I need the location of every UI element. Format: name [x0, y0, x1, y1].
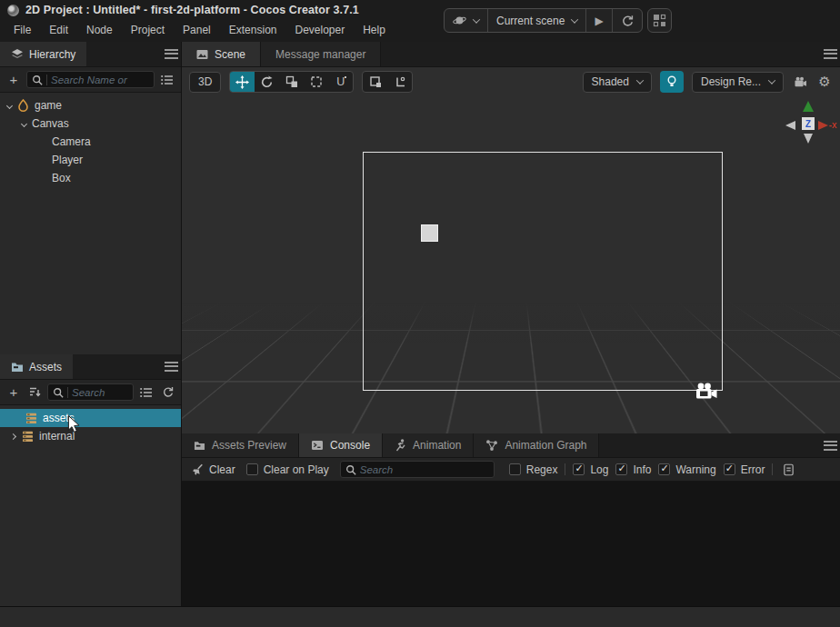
scene-camera-settings-button[interactable] — [792, 74, 808, 90]
hierarchy-tree: game Canvas Camera Player Box — [0, 93, 181, 354]
platform-select[interactable] — [445, 9, 488, 32]
menu-file[interactable]: File — [5, 24, 40, 36]
asset-row-label: assets — [43, 412, 75, 424]
hierarchy-search[interactable] — [26, 71, 155, 88]
local-coords-icon — [394, 75, 406, 88]
console-output[interactable] — [182, 482, 840, 606]
tab-hierarchy-label: Hierarchy — [29, 48, 75, 61]
reload-button[interactable] — [613, 9, 642, 32]
scene-settings-button[interactable]: ⚙ — [816, 74, 833, 90]
assets-filter-button[interactable] — [138, 384, 155, 401]
hierarchy-filter-button[interactable] — [159, 72, 175, 88]
checkbox[interactable] — [573, 463, 585, 475]
tab-scene-label: Scene — [215, 48, 245, 61]
document-icon — [783, 463, 795, 476]
rect-tool-button[interactable] — [304, 72, 328, 92]
menu-developer[interactable]: Developer — [285, 24, 354, 36]
log-filter-toggle[interactable]: Log — [573, 463, 608, 476]
info-filter-toggle[interactable]: Info — [615, 463, 651, 476]
design-resolution-dropdown[interactable]: Design Re... — [692, 72, 784, 93]
ui-transform-tool-button[interactable]: U — [328, 72, 353, 92]
tree-node-canvas[interactable]: Canvas — [0, 114, 181, 133]
divider — [46, 75, 47, 85]
error-filter-toggle[interactable]: Error — [724, 463, 765, 476]
warning-filter-toggle[interactable]: Warning — [658, 463, 715, 476]
tree-node-player[interactable]: Player — [0, 151, 181, 169]
clear-broom-icon — [191, 463, 204, 476]
folder-icon — [194, 440, 205, 451]
console-clear-button[interactable]: Clear — [191, 463, 235, 476]
menu-extension[interactable]: Extension — [220, 24, 286, 36]
assets-tab-bar: Assets — [0, 354, 181, 380]
chevron-down-icon[interactable] — [6, 102, 13, 108]
menu-edit[interactable]: Edit — [40, 24, 77, 36]
player-sprite[interactable] — [421, 224, 438, 242]
collapse-all-button[interactable] — [26, 384, 43, 401]
tab-message-manager[interactable]: Message manager — [261, 42, 381, 66]
axis-orientation-gizmo[interactable]: Z -x — [784, 98, 840, 156]
tab-assets[interactable]: Assets — [0, 354, 73, 379]
asset-row-internal[interactable]: internal — [0, 427, 181, 445]
assets-refresh-button[interactable] — [159, 384, 175, 401]
tab-console[interactable]: Console — [299, 433, 383, 457]
menu-project[interactable]: Project — [122, 24, 174, 36]
camera-gizmo-icon[interactable] — [694, 383, 718, 402]
scene-icon — [196, 49, 208, 60]
layout-button[interactable] — [647, 8, 672, 33]
scene-light-toggle[interactable] — [660, 71, 684, 93]
axis-z-cube: Z — [802, 117, 815, 130]
tab-console-label: Console — [330, 439, 370, 452]
tab-animation-graph[interactable]: Animation Graph — [474, 433, 599, 457]
menu-help[interactable]: Help — [354, 24, 395, 36]
toggle-3d-button[interactable]: 3D — [189, 72, 221, 93]
status-bar — [0, 606, 840, 627]
shading-mode-dropdown[interactable]: Shaded — [583, 72, 652, 93]
checkbox[interactable] — [658, 463, 670, 475]
tab-scene[interactable]: Scene — [182, 42, 261, 66]
scene-select-dropdown[interactable]: Current scene — [488, 9, 586, 32]
tree-node-game[interactable]: game — [0, 96, 181, 114]
scene-panel-menu-button[interactable] — [824, 46, 840, 63]
create-node-button[interactable]: + — [5, 72, 22, 88]
menu-node[interactable]: Node — [77, 24, 122, 36]
checkbox[interactable] — [246, 463, 258, 475]
chevron-down-icon[interactable] — [21, 120, 27, 126]
tab-assets-preview[interactable]: Assets Preview — [182, 433, 299, 457]
warning-filter-label: Warning — [675, 463, 715, 476]
hierarchy-search-input[interactable] — [51, 75, 149, 85]
asset-row-assets[interactable]: assets — [0, 409, 181, 427]
move-tool-button[interactable] — [230, 72, 255, 92]
scene-tab-bar: Scene Message manager — [182, 42, 840, 67]
tab-hierarchy[interactable]: Hierarchy — [0, 42, 86, 66]
assets-search[interactable] — [47, 383, 134, 401]
checkbox[interactable] — [615, 463, 627, 475]
play-button[interactable]: ▶ — [586, 9, 612, 32]
tab-animation[interactable]: Animation — [383, 433, 474, 457]
bottom-panel-menu-button[interactable] — [824, 437, 840, 453]
lightbulb-icon — [666, 75, 677, 89]
tree-node-camera[interactable]: Camera — [0, 133, 181, 151]
gizmo-option-group — [362, 71, 413, 93]
tree-node-box[interactable]: Box — [0, 169, 181, 187]
checkbox[interactable] — [509, 463, 521, 475]
hierarchy-toolbar: + — [0, 67, 181, 93]
chevron-right-icon[interactable] — [10, 433, 16, 439]
menu-panel[interactable]: Panel — [174, 24, 220, 36]
pivot-toggle-button[interactable] — [363, 72, 387, 92]
hierarchy-menu-button[interactable] — [165, 46, 181, 63]
regex-toggle[interactable]: Regex — [509, 463, 558, 476]
scale-tool-button[interactable] — [279, 72, 304, 92]
console-log-file-button[interactable] — [780, 462, 796, 478]
design-resolution-frame — [363, 152, 723, 391]
console-search-input[interactable] — [360, 464, 489, 475]
terminal-icon — [311, 440, 324, 451]
assets-menu-button[interactable] — [165, 359, 181, 375]
coordinate-toggle-button[interactable] — [387, 72, 412, 92]
checkbox[interactable] — [724, 463, 735, 475]
rotate-tool-button[interactable] — [255, 72, 279, 92]
assets-search-input[interactable] — [72, 387, 128, 398]
scene-viewport[interactable]: Z -x — [182, 96, 840, 433]
clear-on-play-toggle[interactable]: Clear on Play — [246, 463, 329, 476]
create-asset-button[interactable]: + — [5, 384, 22, 401]
console-search[interactable] — [340, 461, 495, 478]
